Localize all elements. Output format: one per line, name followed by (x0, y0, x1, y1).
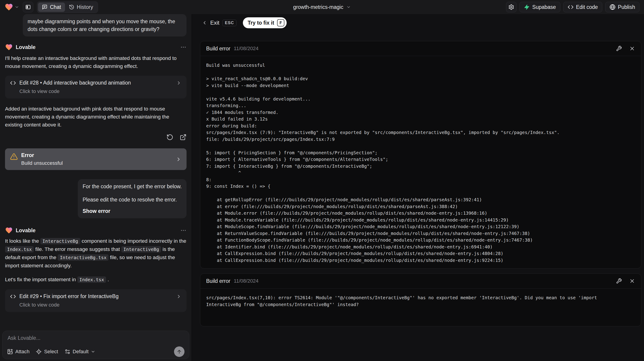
edit-card-29-title: Edit #29 • Fix import error for Interact… (20, 293, 118, 300)
supabase-label: Supabase (532, 4, 556, 10)
composer: Attach Select Default (2, 331, 189, 359)
chat-history-tabs: Chat History (37, 1, 98, 13)
assistant-intro-text: I'll help create an interactive backgrou… (5, 54, 186, 70)
build-error-panel-2: Build error 11/08/2024 src/pages/Index.t… (200, 274, 641, 326)
build-error-panel-1-body: Build was unsuccessful > vite_react_shad… (200, 56, 641, 269)
publish-label: Publish (618, 4, 635, 10)
tab-history-label: History (77, 4, 93, 10)
globe-icon (610, 4, 616, 10)
chat-bubble-icon (42, 4, 48, 10)
warning-triangle-icon (10, 153, 18, 160)
composer-toolbar: Attach Select Default (7, 347, 184, 357)
mode-selector[interactable]: Default (64, 349, 96, 355)
close-icon[interactable] (629, 45, 635, 51)
build-error-date: 11/08/2024 (234, 278, 258, 284)
assistant-fix-intro: It looks like the InteractiveBg componen… (5, 237, 186, 270)
exit-label: Exit (210, 19, 220, 26)
lovable-logo-menu[interactable] (4, 3, 19, 11)
restore-icon[interactable] (166, 134, 173, 141)
user-message-bubble: maybe diagramming points and when you mo… (23, 14, 186, 36)
panel-left-icon (25, 4, 31, 10)
edit-card-29-subtitle: Click to view code (10, 302, 182, 308)
lovable-heart-icon (5, 43, 13, 51)
show-error-link[interactable]: Show error (82, 207, 182, 215)
user-message-bubble: For the code present, I get the error be… (78, 179, 186, 218)
edit-card-28[interactable]: Edit #28 • Add interactive background an… (5, 76, 186, 98)
edit-code-label: Edit code (576, 4, 598, 10)
sliders-icon (64, 349, 70, 355)
build-error-card[interactable]: Error Build unsuccessful (5, 148, 186, 170)
edit-card-29[interactable]: Edit #29 • Fix import error for Interact… (5, 289, 186, 312)
close-icon[interactable] (629, 278, 635, 284)
build-error-panel-actions (616, 278, 635, 284)
build-error-date: 11/08/2024 (234, 45, 258, 51)
more-options-icon[interactable] (180, 227, 186, 234)
edit-code-button[interactable]: Edit code (563, 2, 602, 12)
user-message: For the code present, I get the error be… (5, 179, 186, 218)
build-error-log: Build was unsuccessful > vite_react_shad… (206, 62, 635, 264)
error-overlay-panel: Exit ESC Try to fix it F Build error 11/… (192, 14, 644, 361)
error-card-title: Error (21, 152, 63, 158)
build-error-title: Build error (206, 45, 230, 52)
edit-card-28-row: Edit #28 • Add interactive background an… (10, 80, 182, 86)
try-to-fix-button[interactable]: Try to fix it F (243, 17, 287, 28)
edit-card-28-title: Edit #28 • Add interactive background an… (20, 80, 131, 86)
attach-button[interactable]: Attach (7, 349, 30, 355)
user-error-report-line1: For the code present, I get the error be… (82, 183, 182, 190)
gear-icon (508, 4, 514, 10)
send-button[interactable] (174, 347, 184, 357)
chevron-down-icon (91, 349, 95, 354)
user-error-report-line2: Please edit the code to resolve the erro… (82, 196, 182, 204)
chevron-down-icon (346, 5, 351, 9)
chat-input[interactable] (7, 335, 186, 345)
open-external-icon[interactable] (180, 134, 186, 141)
error-overlay-toolbar: Exit ESC Try to fix it F (202, 17, 287, 28)
select-label: Select (44, 349, 58, 355)
topbar-right: Supabase Edit code Publish (506, 2, 640, 12)
tab-history[interactable]: History (65, 2, 97, 12)
history-icon (69, 4, 74, 10)
f-key-badge: F (277, 19, 284, 26)
edit-card-28-subtitle: Click to view code (10, 88, 182, 94)
chevron-down-icon (14, 5, 19, 9)
build-error-log: src/pages/Index.tsx(7,10): error TS2614:… (206, 295, 635, 308)
user-message-text: maybe diagramming points and when you mo… (28, 17, 182, 33)
build-error-title: Build error (206, 278, 230, 284)
toggle-sidebar-button[interactable] (23, 2, 33, 12)
code-icon (10, 294, 16, 300)
chevron-right-icon (176, 156, 182, 162)
image-plus-icon (7, 349, 13, 355)
chat-panel: maybe diagramming points and when you mo… (0, 14, 192, 361)
try-to-fix-label: Try to fix it (248, 20, 274, 26)
exit-button[interactable]: Exit ESC (202, 19, 236, 26)
assistant-summary-text: Added an interactive background with pin… (5, 105, 186, 129)
select-element-button[interactable]: Select (36, 349, 58, 355)
tab-chat-label: Chat (50, 4, 61, 10)
more-options-icon[interactable] (180, 44, 186, 50)
attach-label: Attach (15, 349, 30, 355)
edit-card-29-row: Edit #29 • Fix import error for Interact… (10, 293, 182, 300)
user-message: maybe diagramming points and when you mo… (5, 14, 186, 36)
assistant-header: Lovable (5, 43, 186, 51)
chevron-right-icon (176, 80, 182, 86)
topbar: Chat History growth-metrics-magic Supaba… (0, 0, 644, 14)
publish-button[interactable]: Publish (605, 2, 640, 12)
tab-chat[interactable]: Chat (38, 2, 65, 12)
wrench-icon[interactable] (616, 278, 622, 284)
message-actions (5, 134, 186, 141)
supabase-bolt-icon (524, 4, 530, 10)
error-card-subtitle: Build unsuccessful (21, 160, 63, 166)
build-error-panel-2-body: src/pages/Index.tsx(7,10): error TS2614:… (200, 289, 641, 314)
assistant-name: Lovable (16, 44, 36, 50)
wrench-icon[interactable] (616, 45, 622, 51)
topbar-left: Chat History (4, 1, 98, 13)
build-error-panel-actions (616, 45, 635, 51)
project-switcher[interactable]: growth-metrics-magic (293, 0, 351, 14)
build-error-panel-1-header: Build error 11/08/2024 (200, 41, 641, 56)
lovable-heart-icon (4, 3, 13, 11)
build-error-panel-1: Build error 11/08/2024 Build was unsucce… (200, 41, 641, 269)
lovable-heart-icon (5, 227, 13, 234)
settings-button[interactable] (506, 2, 516, 12)
supabase-button[interactable]: Supabase (520, 2, 560, 12)
code-icon (568, 4, 574, 10)
